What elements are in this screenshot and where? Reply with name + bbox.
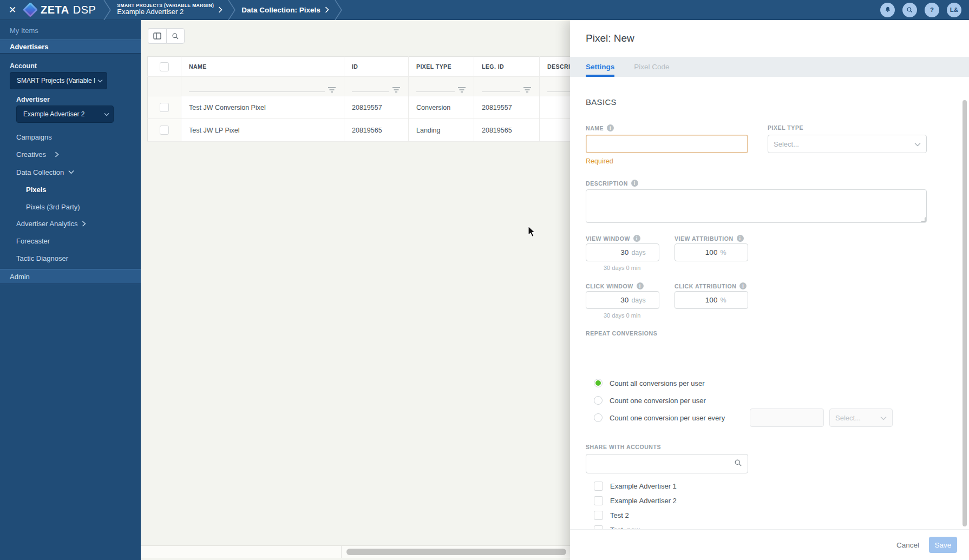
tab-settings[interactable]: Settings bbox=[586, 57, 614, 77]
breadcrumb-separator-icon bbox=[335, 0, 343, 20]
info-icon[interactable]: i bbox=[637, 282, 644, 289]
radio-count-all-conversions[interactable]: Count all conversions per user bbox=[594, 377, 705, 390]
view-attribution-label-text: VIEW ATTRIBUTION bbox=[675, 235, 734, 242]
share-account-row[interactable]: Test_new bbox=[594, 523, 640, 529]
pixel-type-select[interactable]: Select... bbox=[768, 135, 927, 153]
row-checkbox[interactable] bbox=[160, 103, 169, 112]
search-icon[interactable] bbox=[902, 3, 917, 17]
pixel-type-label: PIXEL TYPE bbox=[768, 124, 803, 131]
click-attribution-unit: % bbox=[720, 297, 726, 304]
share-checkbox[interactable] bbox=[594, 511, 603, 520]
view-attribution-input[interactable] bbox=[680, 248, 717, 256]
account-select[interactable]: SMART Projects (Variable M... bbox=[10, 72, 107, 89]
name-input[interactable] bbox=[586, 135, 748, 153]
help-icon[interactable]: ? bbox=[925, 3, 939, 17]
sidebar-item-data-collection[interactable]: Data Collection bbox=[0, 166, 141, 179]
cell-id: 20819565 bbox=[344, 119, 409, 142]
click-window-field: days bbox=[586, 291, 659, 309]
sidebar-item-forecaster[interactable]: Forecaster bbox=[0, 234, 141, 247]
cancel-button[interactable]: Cancel bbox=[896, 541, 919, 549]
filter-icon[interactable] bbox=[458, 87, 466, 93]
name-label: NAMEi bbox=[586, 124, 614, 131]
column-header-pixel-type[interactable]: PIXEL TYPE bbox=[409, 57, 474, 77]
chevron-right-icon[interactable] bbox=[325, 6, 329, 13]
search-icon bbox=[172, 32, 179, 40]
view-window-helper: 30 days 0 min bbox=[604, 265, 640, 271]
radio-icon[interactable] bbox=[594, 396, 603, 405]
save-button[interactable]: Save bbox=[929, 537, 957, 553]
sidebar-item-advertiser-analytics[interactable]: Advertiser Analytics bbox=[0, 217, 141, 230]
breadcrumb-pixels[interactable]: Data Collection: Pixels bbox=[236, 6, 335, 14]
sidebar-item-pixels[interactable]: Pixels bbox=[0, 183, 141, 196]
share-checkbox[interactable] bbox=[594, 496, 603, 505]
share-account-label: Example Advertiser 2 bbox=[610, 497, 677, 505]
notifications-bell-icon[interactable] bbox=[880, 3, 895, 17]
panel-tabs: Settings Pixel Code bbox=[570, 57, 969, 77]
share-account-row[interactable]: Example Advertiser 2 bbox=[594, 494, 677, 507]
radio-label: Count all conversions per user bbox=[610, 379, 705, 387]
click-window-label: CLICK WINDOWi bbox=[586, 282, 644, 289]
share-account-row[interactable]: Example Advertiser 1 bbox=[594, 479, 677, 492]
share-checkbox[interactable] bbox=[594, 525, 603, 530]
table-search-button[interactable] bbox=[166, 28, 185, 44]
name-required-message: Required bbox=[586, 157, 613, 165]
radio-icon[interactable] bbox=[594, 413, 603, 422]
share-accounts-search-input[interactable] bbox=[592, 460, 729, 468]
cell-id: 20819557 bbox=[344, 96, 409, 119]
view-window-input[interactable] bbox=[592, 248, 628, 256]
row-checkbox[interactable] bbox=[160, 126, 169, 135]
sidebar-item-campaigns[interactable]: Campaigns bbox=[0, 130, 141, 143]
sidebar-item-pixels-3rd-party[interactable]: Pixels (3rd Party) bbox=[0, 200, 141, 213]
horizontal-scrollbar-thumb[interactable] bbox=[346, 549, 566, 555]
repeat-every-unit-placeholder: Select... bbox=[835, 414, 861, 422]
select-all-checkbox[interactable] bbox=[160, 62, 169, 71]
filter-icon[interactable] bbox=[523, 87, 532, 93]
description-textarea[interactable] bbox=[586, 189, 927, 223]
cell-leg-id: 20819557 bbox=[474, 96, 540, 119]
breadcrumb-separator-icon bbox=[228, 0, 236, 20]
chevron-down-icon bbox=[104, 110, 109, 118]
breadcrumb-advertiser[interactable]: SMART PROJECTS (VARIABLE MARGIN) Example… bbox=[112, 3, 228, 17]
leg-id-filter-input[interactable] bbox=[482, 91, 520, 92]
info-icon[interactable]: i bbox=[607, 124, 614, 131]
repeat-every-unit-select[interactable]: Select... bbox=[829, 409, 893, 427]
filter-icon[interactable] bbox=[328, 87, 336, 93]
radio-count-one-per-user-every[interactable]: Count one conversion per user every bbox=[594, 411, 725, 424]
columns-toggle-button[interactable] bbox=[148, 28, 166, 44]
sidebar-item-tactic-diagnoser[interactable]: Tactic Diagnoser bbox=[0, 252, 141, 265]
sidebar-item-my-items[interactable]: My Items bbox=[0, 24, 141, 37]
info-icon[interactable]: i bbox=[739, 282, 747, 289]
advertiser-select[interactable]: Example Advertiser 2 bbox=[16, 106, 114, 123]
radio-count-one-conversion[interactable]: Count one conversion per user bbox=[594, 394, 706, 407]
avatar[interactable]: L& bbox=[947, 3, 961, 17]
chevron-right-icon bbox=[82, 221, 86, 227]
click-window-input[interactable] bbox=[592, 296, 628, 304]
radio-selected-icon[interactable] bbox=[594, 379, 603, 387]
share-checkbox[interactable] bbox=[594, 482, 603, 491]
click-attribution-input[interactable] bbox=[680, 296, 717, 304]
chevron-right-icon[interactable] bbox=[218, 6, 222, 13]
pixel-type-filter-input[interactable] bbox=[416, 91, 455, 92]
search-icon[interactable] bbox=[734, 459, 742, 469]
sidebar-item-label: Data Collection bbox=[16, 168, 64, 176]
tab-pixel-code[interactable]: Pixel Code bbox=[634, 57, 669, 77]
info-icon[interactable]: i bbox=[631, 180, 638, 187]
column-header-leg-id[interactable]: LEG. ID bbox=[474, 57, 540, 77]
column-header-id[interactable]: ID bbox=[344, 57, 409, 77]
column-header-name[interactable]: NAME bbox=[181, 57, 344, 77]
sidebar-item-creatives[interactable]: Creatives bbox=[0, 148, 141, 161]
name-filter-input[interactable] bbox=[189, 91, 325, 92]
sidebar-section-advertisers[interactable]: Advertisers bbox=[0, 39, 141, 54]
sidebar-section-admin[interactable]: Admin bbox=[0, 269, 141, 284]
info-icon[interactable]: i bbox=[737, 235, 744, 242]
close-icon[interactable]: ✕ bbox=[0, 0, 25, 20]
panel-vertical-scrollbar-thumb[interactable] bbox=[963, 100, 967, 526]
info-icon[interactable]: i bbox=[633, 235, 640, 242]
id-filter-input[interactable] bbox=[352, 91, 389, 92]
filter-icon[interactable] bbox=[392, 87, 401, 93]
repeat-every-value-input[interactable] bbox=[750, 409, 824, 427]
share-account-row[interactable]: Test 2 bbox=[594, 509, 629, 522]
account-label: Account bbox=[10, 62, 37, 70]
section-basics-heading: BASICS bbox=[586, 97, 617, 107]
view-window-label-text: VIEW WINDOW bbox=[586, 235, 630, 242]
